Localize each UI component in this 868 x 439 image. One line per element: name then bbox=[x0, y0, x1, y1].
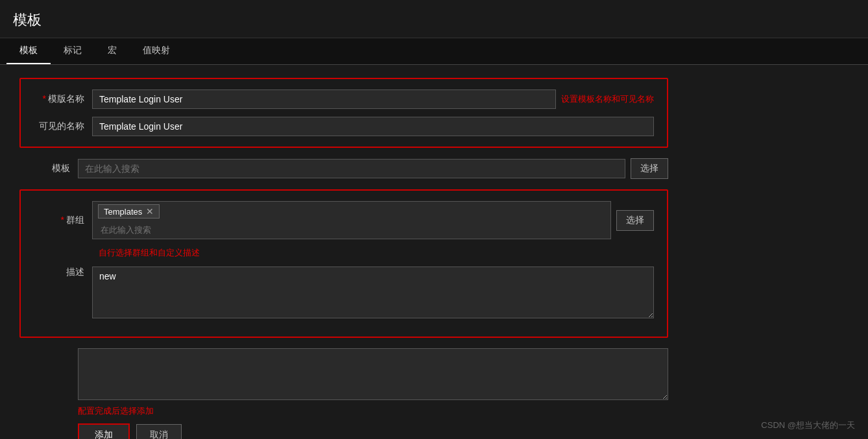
desc-textarea[interactable]: new bbox=[92, 267, 654, 318]
group-section: *群组 Templates ✕ 选择 自行选择群组和自定义描述 描述 new bbox=[19, 189, 668, 338]
visible-name-label: 可见的名称 bbox=[34, 121, 92, 132]
group-tags-area: Templates ✕ bbox=[98, 204, 605, 221]
group-select-button[interactable]: 选择 bbox=[616, 210, 654, 231]
desc-label: 描述 bbox=[34, 267, 92, 278]
desc-row: 描述 new bbox=[34, 267, 654, 318]
tab-templates[interactable]: 模板 bbox=[6, 38, 51, 64]
action-buttons: 添加 取消 bbox=[78, 423, 668, 439]
name-row: *模版名称 设置模板名称和可见名称 bbox=[34, 89, 654, 109]
template-label: 模板 bbox=[19, 163, 78, 174]
add-annotation: 配置完成后选择添加 bbox=[78, 405, 668, 417]
template-search-input[interactable] bbox=[78, 159, 625, 178]
tab-macros[interactable]: 宏 bbox=[95, 38, 130, 64]
group-annotation: 自行选择群组和自定义描述 bbox=[99, 247, 654, 259]
visible-name-row: 可见的名称 bbox=[34, 117, 654, 136]
page-title: 模板 bbox=[13, 10, 855, 30]
group-search-input[interactable] bbox=[98, 224, 202, 236]
add-button[interactable]: 添加 bbox=[78, 423, 130, 439]
page-header: 模板 bbox=[0, 0, 868, 38]
required-star: * bbox=[43, 93, 46, 104]
name-label: *模版名称 bbox=[34, 93, 92, 105]
tag-label: Templates bbox=[104, 207, 142, 217]
main-content: *模版名称 设置模板名称和可见名称 可见的名称 模板 选择 *群组 Templa… bbox=[0, 65, 868, 439]
visible-name-input[interactable] bbox=[92, 117, 654, 136]
group-required-star: * bbox=[61, 215, 64, 225]
name-section: *模版名称 设置模板名称和可见名称 可见的名称 bbox=[19, 78, 668, 148]
template-select-row: 模板 选择 bbox=[19, 158, 668, 179]
template-select-button[interactable]: 选择 bbox=[631, 158, 668, 179]
group-row: *群组 Templates ✕ 选择 bbox=[34, 201, 654, 239]
tab-value-mapping[interactable]: 值映射 bbox=[130, 38, 183, 64]
tag-remove-icon[interactable]: ✕ bbox=[146, 206, 154, 217]
extra-textarea[interactable] bbox=[78, 348, 668, 400]
name-annotation: 设置模板名称和可见名称 bbox=[561, 93, 654, 105]
nav-tabs: 模板 标记 宏 值映射 bbox=[0, 38, 868, 65]
action-section: 配置完成后选择添加 添加 取消 bbox=[19, 405, 668, 439]
name-input[interactable] bbox=[92, 89, 556, 109]
group-label: *群组 bbox=[34, 215, 92, 226]
footer-credit: CSDN @想当大佬的一天 bbox=[761, 420, 855, 431]
tab-tags[interactable]: 标记 bbox=[51, 38, 95, 64]
cancel-button[interactable]: 取消 bbox=[136, 424, 182, 439]
extra-area-spacer bbox=[19, 348, 78, 400]
group-tag-templates: Templates ✕ bbox=[98, 204, 160, 219]
group-input-wrapper: Templates ✕ bbox=[92, 201, 611, 239]
extra-area-wrapper bbox=[19, 348, 668, 400]
